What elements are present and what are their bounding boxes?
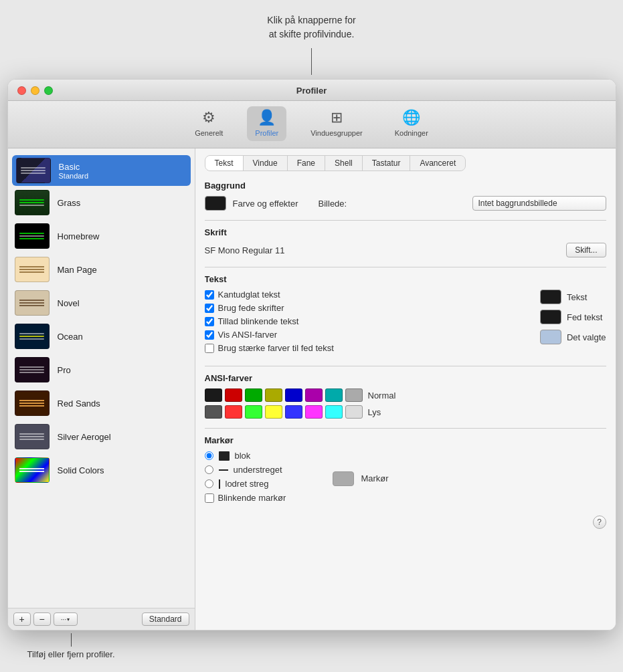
ansi-normal-yellow[interactable] [265,388,282,402]
cursor-color-well[interactable] [333,471,354,486]
more-options-button[interactable]: ··· ▾ [54,612,78,626]
tab-bar: Tekst Vindue Fane Shell Tastatur Avancer… [205,155,466,171]
maximize-button[interactable] [44,86,53,95]
ansi-normal-cyan[interactable] [325,388,343,402]
profile-item-basic[interactable]: Basic Standard [12,155,191,186]
profile-item-redsands[interactable]: Red Sands [8,386,195,420]
kantudglat-checkbox[interactable] [205,290,214,300]
toolbar-item-vinduesgrupper[interactable]: ⊞ Vinduesgrupper [302,106,370,141]
profile-item-silveraerogel[interactable]: Silver Aerogel [8,420,195,453]
ansi-lys-row: Lys [205,405,606,419]
profile-item-manpage[interactable]: Man Page [8,253,195,286]
toolbar-item-generelt[interactable]: ⚙ Generelt [187,106,231,141]
baggrund-color-label: Farve og effekter [233,199,298,209]
staerke-label: Brug stærke farver til fed tekst [218,343,334,353]
toolbar-item-kodninger[interactable]: 🌐 Kodninger [387,106,436,141]
checkbox-staerke: Brug stærke farver til fed tekst [205,343,527,353]
ansi-normal-blue[interactable] [285,388,302,402]
tab-tastatur[interactable]: Tastatur [363,156,411,171]
section-baggrund: Baggrund Farve og effekter Billede: Inte… [205,181,606,211]
blinkende-checkbox[interactable] [205,317,214,326]
sidebar: Basic Standard Grass [8,148,195,630]
terminal-window: Profiler ⚙ Generelt 👤 Profiler ⊞ Vindues… [7,79,616,631]
profile-sub-basic: Standard [59,172,89,180]
text-color-well[interactable] [540,290,561,304]
selected-color-label: Det valgte [567,332,606,342]
blinkende-markør-checkbox[interactable] [205,493,214,503]
ansi-checkbox[interactable] [205,330,214,340]
tekst-title: Tekst [205,274,606,284]
markør-title: Markør [205,435,606,445]
profile-item-homebrew[interactable]: Homebrew [8,219,195,253]
profile-info-manpage: Man Page [58,265,97,275]
fedskrift-checkbox[interactable] [205,304,214,313]
font-name: SF Mono Regular 11 [205,245,285,255]
add-profile-button[interactable]: + [13,612,31,626]
callout-line-top [311,48,312,75]
tab-vindue[interactable]: Vindue [244,156,288,171]
ansi-lys-blue[interactable] [285,405,302,419]
tab-shell[interactable]: Shell [325,156,363,171]
selected-color-well[interactable] [540,330,561,344]
help-button[interactable]: ? [593,516,606,529]
profile-item-grass[interactable]: Grass [8,186,195,219]
ansi-lys-yellow[interactable] [265,405,282,419]
cursor-color: Markør [333,451,388,506]
cursor-understreget-radio[interactable] [205,465,213,474]
profile-item-novel[interactable]: Novel [8,286,195,320]
window-buttons [17,86,53,95]
set-default-button[interactable]: Standard [142,612,189,626]
minimize-button[interactable] [31,86,39,95]
cursor-lodret-radio[interactable] [205,479,213,488]
cursor-blok-radio[interactable] [205,451,213,460]
ansi-lys-red[interactable] [225,405,242,419]
profile-thumb-solidcolors [15,457,50,483]
profile-info-redsands: Red Sands [58,399,100,409]
profile-name-solidcolors: Solid Colors [58,465,104,475]
ansi-lys-black[interactable] [205,405,222,419]
ansi-lys-white[interactable] [345,405,363,419]
profile-name-ocean: Ocean [58,332,83,342]
billede-dropdown[interactable]: Intet baggrundsbillede [472,196,606,211]
profile-name-redsands: Red Sands [58,399,100,409]
baggrund-row: Farve og effekter Billede: Intet baggrun… [205,196,606,211]
profile-thumb-manpage [15,257,50,282]
more-chevron-icon: ▾ [67,617,70,623]
close-button[interactable] [17,86,26,95]
bold-color-row: Fed tekst [540,310,602,324]
profile-name-pro: Pro [58,365,71,375]
staerke-checkbox[interactable] [205,344,214,353]
profile-item-pro[interactable]: Pro [8,353,195,386]
profile-list: Basic Standard Grass [8,155,195,608]
ansi-normal-red[interactable] [225,388,242,402]
section-skrift: Skrift SF Mono Regular 11 Skift... [205,227,606,257]
ansi-lys-cyan[interactable] [325,405,343,419]
ansi-lys-green[interactable] [245,405,262,419]
remove-profile-button[interactable]: − [33,612,51,626]
ansi-normal-magenta[interactable] [305,388,323,402]
baggrund-title: Baggrund [205,181,606,191]
ansi-normal-black[interactable] [205,388,222,402]
ansi-lys-magenta[interactable] [305,405,323,419]
profile-info-solidcolors: Solid Colors [58,465,104,475]
tab-fane[interactable]: Fane [288,156,325,171]
ansi-normal-green[interactable] [245,388,262,402]
kantudglat-label: Kantudglat tekst [218,290,280,300]
font-change-button[interactable]: Skift... [566,243,606,257]
background-color-well[interactable] [205,196,226,211]
text-settings: Kantudglat tekst Brug fede skrifter Till… [205,290,606,356]
profile-item-ocean[interactable]: Ocean [8,320,195,353]
ansi-lys-label: Lys [368,407,381,417]
billede-dropdown-wrapper: Intet baggrundsbillede [472,196,606,211]
tab-tekst[interactable]: Tekst [205,156,244,171]
profile-item-solidcolors[interactable]: Solid Colors [8,453,195,487]
cursor-understreget-row: understreget [205,465,286,475]
divider-2 [205,267,606,267]
selected-color-row: Det valgte [540,330,606,344]
tab-avanceret[interactable]: Avanceret [410,156,465,171]
callout-line-bottom [71,633,72,647]
toolbar-item-profiler[interactable]: 👤 Profiler [247,106,286,141]
bottom-annotation: Tilføj eller fjern profiler. [27,649,115,659]
bold-color-well[interactable] [540,310,561,324]
ansi-normal-white[interactable] [345,388,363,402]
